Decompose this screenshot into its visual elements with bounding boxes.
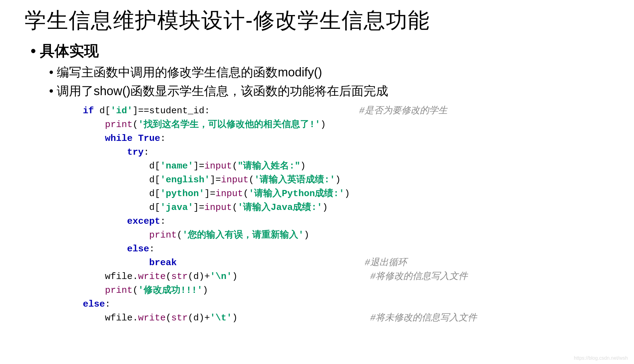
code-text: d[ [149,175,160,185]
content-section: 具体实现 编写主函数中调用的修改学生信息的函数modify() 调用了show(… [31,41,622,325]
kw-true: True [138,133,160,144]
code-text: d[ [94,106,110,116]
code-text: d[ [149,161,160,171]
code-text: ( [166,313,171,323]
comment: #是否为要修改的学生 [359,106,447,116]
code-text: ]= [204,188,215,199]
code-text: ]= [193,202,204,213]
kw-except: except [127,216,160,227]
code-text: ]==student_id: [133,106,210,116]
kw-else: else [83,299,105,309]
code-text: (d)+ [188,313,210,323]
bullet-item-1: 编写主函数中调用的修改学生信息的函数modify() [49,64,622,81]
fn-str: str [171,313,188,323]
kw-try: try [127,147,144,157]
code-text: ( [166,271,171,282]
fn-print: print [105,285,133,296]
str-key: 'name' [160,161,193,171]
fn-input: input [204,202,232,213]
code-snippet: if d['id']==student_id: #是否为要修改的学生 print… [83,104,622,325]
fn-print: print [149,230,177,240]
code-text: ]= [210,175,221,185]
code-text: d[ [149,188,160,199]
fn-input: input [204,161,232,171]
code-text: wfile. [105,313,138,323]
str-tab: '\t' [210,313,232,323]
str-prompt: '请输入Java成绩:' [238,202,322,213]
kw-else: else [127,244,149,254]
fn-input: input [215,188,243,199]
fn-str: str [171,271,188,282]
str-success: '修改成功!!!' [138,285,203,296]
code-text: ]= [193,161,204,171]
watermark: https://blog.csdn.net/wsh [574,355,628,361]
fn-print: print [105,119,133,130]
str-prompt: '请输入英语成绩:' [254,175,335,185]
str-id: 'id' [110,106,133,116]
str-key: 'english' [160,175,210,185]
kw-if: if [83,106,94,116]
bullet-item-2: 调用了show()函数显示学生信息，该函数的功能将在后面完成 [49,83,622,99]
section-heading: 具体实现 [31,41,622,61]
str-nl: '\n' [210,271,232,282]
str-prompt: '请输入Python成绩:' [249,188,344,199]
comment: #退出循环 [365,258,407,268]
str-key: 'python' [160,188,204,199]
fn-write: write [138,313,166,323]
fn-write: write [138,271,166,282]
code-text: ) [232,313,238,323]
kw-while: while [105,133,133,144]
comment: #将修改的信息写入文件 [370,271,468,282]
code-text: wfile. [105,271,138,282]
kw-break: break [149,258,177,268]
str-err: '您的输入有误，请重新输入' [182,230,304,240]
comment: #将未修改的信息写入文件 [370,313,477,323]
fn-input: input [221,175,249,185]
str-key: 'java' [160,202,193,213]
code-text: (d)+ [188,271,210,282]
code-text: d[ [149,202,160,213]
slide-title: 学生信息维护模块设计-修改学生信息功能 [25,6,622,35]
str-prompt: "请输入姓名:" [238,161,300,171]
str-found: '找到这名学生，可以修改他的相关信息了!' [138,119,320,130]
code-text: ) [232,271,238,282]
